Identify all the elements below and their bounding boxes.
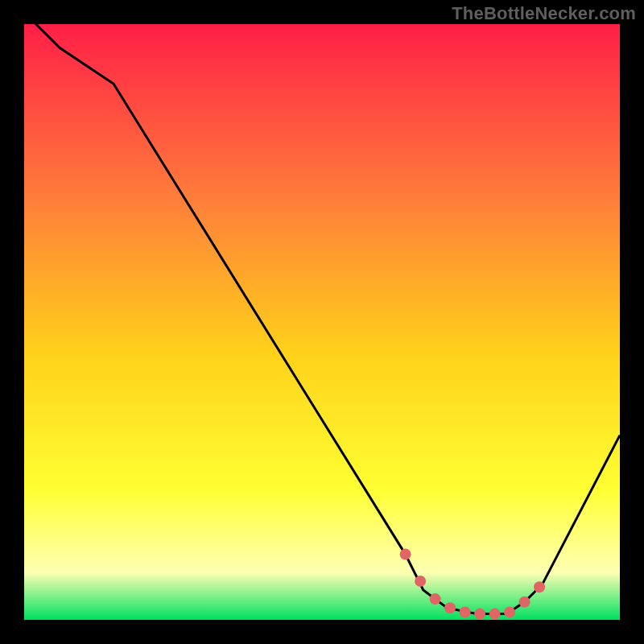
optimal-marker bbox=[444, 602, 456, 613]
watermark-text: TheBottleNecker.com bbox=[452, 3, 636, 24]
optimal-marker bbox=[519, 597, 530, 608]
plot-area bbox=[24, 24, 620, 620]
optimal-range-markers bbox=[400, 549, 545, 620]
optimal-marker bbox=[534, 581, 545, 592]
bottleneck-curve bbox=[24, 12, 620, 613]
optimal-marker bbox=[489, 609, 501, 620]
optimal-marker bbox=[474, 609, 485, 620]
bottleneck-curve-svg bbox=[24, 24, 620, 620]
optimal-marker bbox=[504, 606, 515, 617]
optimal-marker bbox=[415, 576, 426, 587]
optimal-marker bbox=[400, 549, 411, 560]
chart-stage: TheBottleNecker.com bbox=[0, 0, 644, 644]
optimal-marker bbox=[460, 606, 471, 617]
optimal-marker bbox=[430, 593, 441, 605]
